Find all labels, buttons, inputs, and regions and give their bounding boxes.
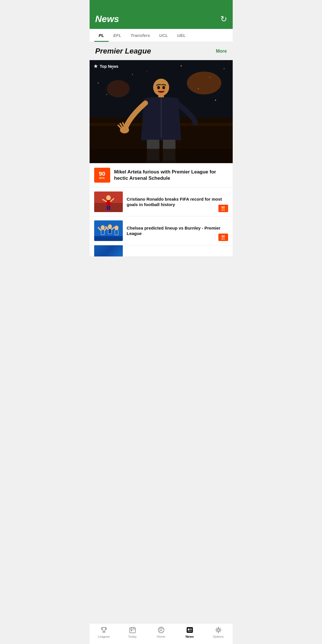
news-thumb-1 [94,191,123,212]
mini-min-text: MIN [221,209,225,211]
news-item-2-headline: Chelsea predicted lineup vs Burnley - Pr… [127,225,228,236]
mini-90-text-2: 90 [221,235,225,238]
svg-point-32 [106,195,111,200]
svg-rect-48 [131,630,132,631]
logo-90-text: 90 [99,171,105,177]
svg-point-1 [187,72,221,94]
page-title: News [95,14,119,24]
svg-point-24 [215,100,216,101]
news-icon [186,626,193,634]
news-item-2[interactable]: Chelsea predicted lineup vs Burnley - Pr… [90,216,233,245]
star-icon: ★ [94,64,98,69]
svg-point-28 [224,68,224,69]
nav-today-label: Today [128,635,137,638]
svg-rect-57 [188,629,189,630]
svg-rect-29 [90,149,233,163]
hero-badge-text: Top News [100,64,118,69]
svg-marker-50 [160,628,162,630]
svg-line-53 [161,630,163,632]
mini-90-text: 90 [221,206,225,209]
svg-line-12 [126,123,127,127]
tab-pl[interactable]: PL [94,29,109,42]
svg-point-23 [106,94,107,95]
nav-home[interactable]: Home [147,626,175,638]
ronaldo-thumb-svg [94,191,123,212]
tab-bar: PL EFL Transfers UCL UEL [90,29,233,42]
hero-badge: ★ Top News [94,64,118,69]
partial-thumb-bg [94,245,123,257]
svg-point-26 [198,88,199,89]
svg-point-18 [162,86,165,89]
svg-point-37 [101,225,105,230]
nav-leagues-label: Leagues [98,635,110,638]
svg-point-27 [98,82,99,84]
svg-point-25 [147,71,147,72]
svg-point-41 [114,226,118,230]
bottom-navigation: Leagues Today Home [90,623,233,644]
hero-background [90,60,233,163]
ronaldo-thumb-bg [94,191,123,212]
ball-icon [157,626,165,634]
news-item-2-logo: 90 MIN [218,234,228,241]
svg-point-22 [209,77,210,78]
section-title: Premier League [95,47,151,56]
chelsea-thumb-bg [94,220,123,241]
news-thumb-2 [94,220,123,241]
tab-ucl[interactable]: UCL [155,29,173,42]
svg-line-54 [159,630,160,632]
svg-rect-35 [109,206,110,210]
nav-today[interactable]: Today [118,626,147,638]
tab-uel[interactable]: UEL [173,29,190,42]
svg-rect-7 [161,97,162,137]
nav-news[interactable]: News [175,626,204,638]
svg-point-21 [181,65,182,66]
trophy-icon [100,626,108,634]
news-item-1-logo: 90 MIN [218,205,228,212]
more-button[interactable]: More [216,49,227,54]
calendar-icon [129,626,136,634]
svg-line-52 [162,629,164,629]
hero-image[interactable]: ★ Top News [90,60,233,163]
mini-logo-90min: 90 MIN [218,205,228,212]
featured-news-item[interactable]: 90 MIN Mikel Arteta furious with Premier… [90,163,233,187]
tab-transfers[interactable]: Transfers [126,29,155,42]
refresh-icon[interactable]: ↻ [220,14,227,24]
svg-point-2 [107,80,130,97]
svg-point-17 [157,86,160,89]
mini-min-text-2: MIN [221,238,225,240]
source-logo-90min: 90 MIN [94,168,110,183]
tab-efl[interactable]: EFL [109,29,126,42]
svg-rect-33 [106,200,110,206]
nav-options-label: Options [213,635,224,638]
svg-rect-44 [130,628,135,633]
svg-point-39 [108,224,112,229]
logo-min-text: MIN [99,177,105,179]
chelsea-thumb-svg [94,220,123,241]
nav-news-label: News [185,635,194,638]
svg-point-5 [153,79,169,96]
gear-icon [215,626,222,634]
mini-logo-90min-2: 90 MIN [218,234,228,241]
svg-rect-34 [107,206,108,210]
svg-rect-43 [94,236,123,241]
nav-home-label: Home [157,635,165,638]
news-item-1-headline: Cristiano Ronaldo breaks FIFA record for… [127,196,228,208]
news-item-3-partial[interactable] [90,245,233,257]
header: News ↻ [90,0,233,29]
nav-options[interactable]: Options [204,626,233,638]
nav-leagues[interactable]: Leagues [90,626,118,638]
content-area: Premier League More [90,42,233,644]
hero-scene-svg [90,60,233,163]
featured-headline: Mikel Arteta furious with Premier League… [114,169,228,181]
svg-point-20 [132,74,133,75]
svg-point-61 [217,629,219,631]
svg-rect-42 [115,230,118,235]
news-item-1[interactable]: Cristiano Ronaldo breaks FIFA record for… [90,187,233,216]
news-thumb-3 [94,245,123,257]
section-header: Premier League More [90,42,233,60]
